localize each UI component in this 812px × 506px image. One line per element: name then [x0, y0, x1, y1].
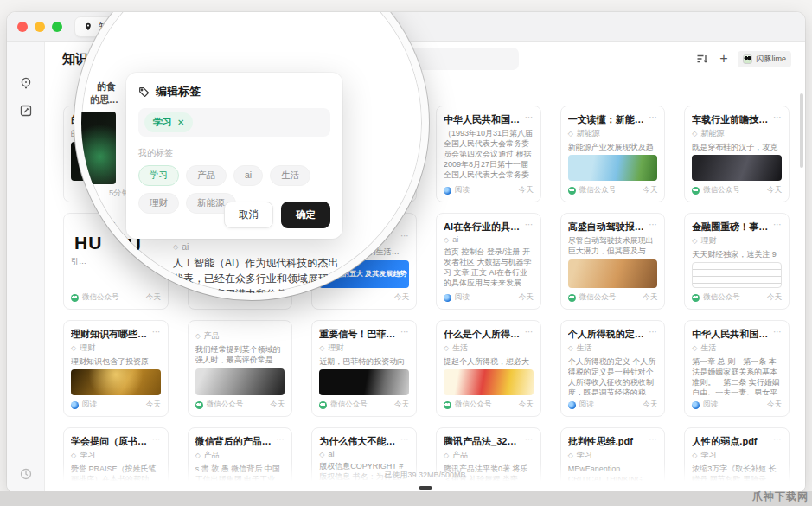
more-icon[interactable]: ⋯ — [152, 435, 161, 444]
my-tag-pill[interactable]: 学习 — [138, 165, 179, 186]
more-icon[interactable]: ⋯ — [773, 221, 782, 229]
card-body: 赞誉 PRAISE（按姓氏笔画排序）在本书的帮助下你将获得清晰的思维… — [71, 464, 161, 484]
tag-icon: ◇ — [568, 344, 573, 352]
tag-icon: ◇ — [444, 236, 449, 244]
reader-icon — [568, 401, 576, 409]
card-body: 个人所得税的定义 个人所得税的定义是一种针对个人所得收入征收的税收制度，既是调节… — [568, 356, 658, 395]
note-card[interactable]: 一文读懂：新能源产业发…⋯◇新能源新能源产业发展现状及趋势 新能源产业，作为21… — [560, 106, 666, 202]
source-label: 微信公众号 — [207, 400, 244, 410]
note-card[interactable]: 金融圈重磅！事关银行理…⋯◇理财天天财经独家，速关注 9月24日以来 随着一揽子… — [684, 213, 790, 310]
zoom-window-button[interactable] — [52, 22, 62, 32]
more-icon[interactable]: ⋯ — [525, 435, 534, 444]
more-icon[interactable]: ⋯ — [773, 328, 782, 336]
card-title-row: 金融圈重磅！事关银行理…⋯ — [692, 221, 782, 233]
card-footer: 微信公众号今天 — [692, 181, 782, 195]
note-card[interactable]: 个人所得税的定义_搜狐…⋯◇生活个人所得税的定义 个人所得税的定义是一种针对个人… — [560, 320, 666, 417]
more-icon[interactable]: ⋯ — [649, 435, 657, 444]
card-thumbnail — [319, 369, 409, 395]
confirm-button[interactable]: 确定 — [281, 202, 330, 228]
note-card[interactable]: 微信背后的产品观_.pdf⋯◇产品s 書 敦 愚 微信背后 中国工信出版集团 电… — [188, 427, 293, 493]
card-title-row: 中华人民共和国婚姻法⋯ — [692, 328, 782, 340]
note-card[interactable]: 重要信号！巴菲特大抛…⋯◇理财近期，巴菲特的投资动向引发市场广泛讨论。作为以长线… — [311, 320, 417, 417]
history-clock-icon[interactable] — [19, 467, 33, 481]
note-card[interactable]: 高盛自动驾驶报告：AI技…⋯尽管自动驾驶技术展现出巨大潜力，但其普及与推广仍然面… — [560, 213, 666, 310]
more-icon[interactable]: ⋯ — [525, 113, 534, 122]
card-body: s 書 敦 愚 微信背后 中国工信出版集团 电子工业出版社 http://www… — [195, 464, 285, 484]
more-icon[interactable]: ⋯ — [649, 113, 657, 122]
minimize-window-button[interactable] — [35, 22, 45, 32]
pin-icon — [84, 22, 93, 31]
source-label: 微信公众号 — [703, 185, 740, 195]
remove-tag-icon[interactable]: ✕ — [177, 118, 184, 127]
tag-icon: ◇ — [195, 332, 201, 340]
compose-icon[interactable] — [19, 104, 33, 118]
note-card[interactable]: 批判性思维.pdf⋯◇学习MEwEanention CRITICAL THINK… — [560, 427, 666, 493]
dialog-header: 编辑标签 — [138, 84, 330, 99]
more-icon[interactable]: ⋯ — [773, 113, 782, 122]
card-title: 微信背后的产品观_.pdf — [195, 435, 273, 447]
tag-label: 学习 — [701, 450, 717, 461]
more-icon[interactable]: ⋯ — [400, 328, 409, 336]
note-card[interactable]: 腾讯产品法_3230.pdf⋯◇产品腾讯产品法平装0著 将乐＜俄查 礼珍舞程 类… — [436, 427, 541, 493]
tag-icon: ◇ — [71, 452, 76, 459]
note-card[interactable]: 理财知识有哪些值得了解…⋯◇理财理财知识包含了投资原则、投资产品、投资市场、风险… — [63, 320, 169, 417]
close-window-button[interactable] — [17, 22, 28, 32]
more-icon[interactable]: ⋯ — [649, 221, 657, 229]
dialog-title: 编辑标签 — [156, 84, 201, 99]
note-card[interactable]: 中华人民共和国消费者权…⋯（1993年10月31日第八届全国人民代表大会常务委员… — [436, 106, 541, 202]
card-body: 既是穿布鞋的汉子，攻克中坚技术主义的汽车电子工程师，老经… — [692, 142, 782, 151]
card-tag: ◇产品 — [195, 330, 285, 342]
more-icon[interactable]: ⋯ — [152, 328, 161, 336]
my-tag-pill[interactable]: 生活 — [270, 165, 310, 186]
cancel-button[interactable]: 取消 — [224, 202, 273, 228]
my-tag-pill[interactable]: ai — [233, 165, 263, 186]
tag-label: 产品 — [452, 450, 468, 461]
more-icon[interactable]: ⋯ — [276, 435, 285, 444]
note-card[interactable]: ◇产品我们经常提到某个领域的强人时，最高评价常是说他是某某之神了…微信公众号今天 — [188, 320, 293, 417]
extension-badge[interactable]: 闪豚lime — [738, 51, 791, 67]
card-tag: ◇学习 — [71, 450, 161, 461]
card-body: 理财知识包含了投资原则、投资产品、投资市场、风险管理、税收… — [71, 356, 161, 366]
more-icon[interactable]: ⋯ — [400, 435, 409, 444]
note-card[interactable]: 中华人民共和国婚姻法⋯◇生活第一章 总 则 第一条 本法是婚姻家庭关系的基本准则… — [684, 320, 790, 417]
resize-handle[interactable] — [419, 486, 432, 490]
more-icon[interactable]: ⋯ — [400, 232, 409, 240]
my-tag-pill[interactable]: 产品 — [186, 165, 227, 186]
my-tag-pill[interactable]: 理财 — [138, 193, 179, 214]
more-icon[interactable]: ⋯ — [773, 435, 782, 444]
add-note-button[interactable]: + — [719, 52, 727, 66]
tag-label: 产品 — [204, 330, 220, 342]
tag-icon: ◇ — [692, 130, 697, 138]
card-title: 理财知识有哪些值得了解… — [71, 328, 149, 340]
card-footer: 微信公众号今天 — [319, 395, 409, 410]
note-card[interactable]: 人性的弱点.pdf⋯◇学习浓缩3万字《取长补短 长赠丹 网节包欧 里骑录 得订全… — [684, 427, 790, 493]
vertical-scrollbar[interactable] — [800, 93, 803, 168]
card-tag: ◇理财 — [692, 235, 782, 247]
card-body: 我们经常提到某个领域的强人时，最高评价常是说他是某某之神了… — [195, 344, 285, 365]
sort-icon[interactable] — [695, 52, 709, 66]
card-footer: 微信公众号今天 — [568, 288, 658, 303]
tag-label: 新能源 — [701, 128, 725, 139]
time-label: 今天 — [519, 292, 534, 303]
more-icon[interactable]: ⋯ — [649, 328, 657, 336]
card-body: 新能源产业发展现状及趋势 新能源产业，作为21世纪最具活力和潜… — [568, 142, 658, 151]
card-tag: ◇产品 — [195, 450, 285, 461]
note-card[interactable]: 什么是个人所得税?⋯◇生活提起个人所得税，想必大家都不陌生 你可曾听过各种各样的… — [436, 320, 541, 417]
edit-tags-dialog: 编辑标签 学习✕ 我的标签 学习产品ai生活理财新能源 取消 确定 — [126, 73, 342, 239]
note-card[interactable]: AI在各行业的具体应用与…⋯◇ai首页 控制台 登录/注册 开发者社区 大数据与… — [436, 213, 541, 310]
tag-label: 生活 — [452, 343, 468, 354]
more-icon[interactable]: ⋯ — [525, 221, 534, 229]
card-footer: 阅读今天 — [444, 181, 534, 195]
card-body: 提起个人所得税，想必大家都不陌生 你可曾听过各种各样的个人所… — [444, 356, 534, 366]
note-card[interactable]: 为什么伟大不能被计划.p…⋯◇ai版权信息COPYRIGHT # 版权信息 书名… — [311, 427, 417, 493]
card-title: 个人所得税的定义_搜狐… — [568, 328, 646, 340]
tag-label: 生活 — [701, 343, 717, 354]
card-body: （1993年10月31日第八届全国人民代表大会常务委员会第四次会议通过 根据20… — [444, 128, 534, 181]
selected-tag-pill[interactable]: 学习✕ — [144, 112, 193, 132]
note-card[interactable]: 车载行业前瞻技术---AI…⋯◇新能源既是穿布鞋的汉子，攻克中坚技术主义的汽车电… — [684, 106, 790, 202]
card-title: 金融圈重磅！事关银行理… — [692, 221, 770, 233]
more-icon[interactable]: ⋯ — [525, 328, 534, 336]
tag-input-field[interactable]: 学习✕ — [138, 108, 330, 137]
idea-bulb-icon[interactable] — [19, 76, 33, 90]
note-card[interactable]: 学会提问（原书第12版-…⋯◇学习赞誉 PRAISE（按姓氏笔画排序）在本书的帮… — [63, 427, 169, 493]
